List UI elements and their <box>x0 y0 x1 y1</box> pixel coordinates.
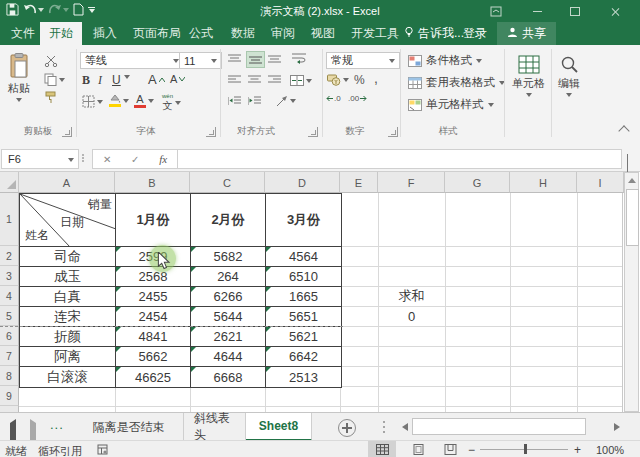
view-page-break-icon[interactable] <box>436 441 464 457</box>
column-header-a[interactable]: A <box>19 172 115 193</box>
cell-c4[interactable]: 6266 <box>191 287 266 307</box>
tab-data[interactable]: 数据 <box>222 22 264 45</box>
sheet-tab-active[interactable]: Sheet8 <box>246 413 312 441</box>
cell-d7[interactable]: 6642 <box>266 347 341 367</box>
zoom-out-button[interactable]: − <box>468 443 475 457</box>
formula-bar-splitter[interactable] <box>82 154 84 156</box>
column-header-h[interactable]: H <box>510 172 577 193</box>
font-size-combo[interactable]: 11 <box>179 52 222 69</box>
hscroll-right-icon[interactable] <box>610 418 624 435</box>
row-header-3[interactable]: 3 <box>0 266 19 286</box>
cell-b7[interactable]: 5662 <box>116 347 191 367</box>
paste-button[interactable]: 粘贴 <box>8 53 30 102</box>
increase-indent-button[interactable] <box>248 96 261 106</box>
view-page-layout-icon[interactable] <box>404 441 432 457</box>
italic-button[interactable]: I <box>98 73 102 88</box>
cell-d1[interactable]: 3月份 <box>266 194 341 247</box>
scroll-up-icon[interactable] <box>625 173 638 188</box>
cell-d8[interactable]: 2513 <box>266 367 341 387</box>
cell-b6[interactable]: 4841 <box>116 327 191 347</box>
cell-d3[interactable]: 6510 <box>266 267 341 287</box>
column-header-d[interactable]: D <box>265 172 340 193</box>
font-color-button[interactable]: A <box>134 93 154 108</box>
copy-button[interactable] <box>44 73 65 86</box>
percent-style-button[interactable]: % <box>354 73 365 87</box>
tab-home[interactable]: 开始 <box>40 22 82 45</box>
format-painter-button[interactable] <box>44 91 57 104</box>
cell-b8[interactable]: 46625 <box>116 367 191 387</box>
cell-c7[interactable]: 4644 <box>191 347 266 367</box>
cancel-icon[interactable]: ✕ <box>103 154 111 165</box>
fill-color-button[interactable] <box>108 94 129 107</box>
cell-b4[interactable]: 2455 <box>116 287 191 307</box>
align-bottom-button[interactable] <box>268 54 281 64</box>
accounting-format-button[interactable] <box>327 73 349 86</box>
cell-c5[interactable]: 5644 <box>191 307 266 327</box>
name-box-dropdown-icon[interactable] <box>68 158 74 162</box>
column-header-e[interactable]: E <box>340 172 378 193</box>
number-format-combo[interactable]: 常规 <box>326 52 400 69</box>
row-header-9[interactable]: 9 <box>0 386 19 406</box>
row-header-7[interactable]: 7 <box>0 346 19 366</box>
cell-a7[interactable]: 阿离 <box>20 347 116 367</box>
decrease-indent-button[interactable] <box>228 96 241 106</box>
row-header-8[interactable]: 8 <box>0 366 19 386</box>
sheet-nav-left-icon[interactable] <box>10 423 16 441</box>
bold-button[interactable]: B <box>82 73 90 88</box>
orientation-button[interactable] <box>276 95 296 107</box>
column-header-g[interactable]: G <box>445 172 510 193</box>
formula-input[interactable] <box>177 149 622 169</box>
sheet-tab-ellipsis[interactable]: ... <box>50 417 64 432</box>
conditional-formatting-button[interactable]: 条件格式 <box>408 53 482 68</box>
font-name-combo[interactable]: 等线 <box>80 52 184 69</box>
wrap-text-button[interactable] <box>292 53 306 64</box>
horizontal-scrollbar-thumb[interactable] <box>412 418 586 435</box>
align-left-button[interactable] <box>228 75 241 85</box>
tab-formulas[interactable]: 公式 <box>180 22 222 45</box>
decrease-decimal-button[interactable]: .00 <box>348 94 367 103</box>
name-box[interactable]: F6 <box>1 149 79 169</box>
cell-a6[interactable]: 折颜 <box>20 327 116 347</box>
underline-button[interactable]: U <box>112 73 121 87</box>
tab-developer[interactable]: 开发工具 <box>342 22 408 45</box>
phonetic-guide-button[interactable]: wén文 <box>162 93 181 113</box>
cell-b1[interactable]: 1月份 <box>116 194 191 247</box>
merge-center-button[interactable] <box>290 75 312 86</box>
cell-c3[interactable]: 264 <box>191 267 266 287</box>
cell-a3[interactable]: 成玉 <box>20 267 116 287</box>
cell-d4[interactable]: 1665 <box>266 287 341 307</box>
sheet-tab-2[interactable]: 斜线表头 <box>184 413 246 441</box>
cell-c1[interactable]: 2月份 <box>191 194 266 247</box>
cell-d2[interactable]: 4564 <box>266 247 341 267</box>
sheet-tab-1[interactable]: 隔离是否结束 <box>74 413 184 441</box>
tell-me-box[interactable]: 告诉我... <box>404 22 464 45</box>
restore-button[interactable] <box>562 0 588 22</box>
tab-file[interactable]: 文件 <box>2 22 44 45</box>
close-button[interactable] <box>602 0 628 22</box>
borders-button[interactable] <box>82 95 103 108</box>
cell-a4[interactable]: 白真 <box>20 287 116 307</box>
tab-bar-splitter[interactable] <box>383 421 385 423</box>
minimize-button[interactable] <box>524 0 550 22</box>
sign-in-button[interactable]: 登录 <box>463 22 487 45</box>
cell-c8[interactable]: 6668 <box>191 367 266 387</box>
row-header-1[interactable]: 1 <box>0 193 19 246</box>
cells-button[interactable]: 单元格 <box>512 55 545 97</box>
cell-c6[interactable]: 2621 <box>191 327 266 347</box>
hscroll-left-icon[interactable] <box>398 418 412 435</box>
tab-insert[interactable]: 插入 <box>84 22 126 45</box>
cell-b3[interactable]: 2568 <box>116 267 191 287</box>
column-header-f[interactable]: F <box>378 172 445 193</box>
row-header-2[interactable]: 2 <box>0 246 19 266</box>
clipboard-dialog-launcher-icon[interactable] <box>62 127 72 137</box>
share-button[interactable]: 共享 <box>497 22 556 45</box>
increase-decimal-button[interactable]: .0 <box>326 94 341 103</box>
cell-f4-sum-label[interactable]: 求和 <box>378 286 445 306</box>
underline-dropdown-icon[interactable] <box>124 75 130 79</box>
cell-d6[interactable]: 5621 <box>266 327 341 347</box>
view-normal-icon[interactable] <box>368 441 396 457</box>
row-header-4[interactable]: 4 <box>0 286 19 306</box>
format-as-table-button[interactable]: 套用表格格式 <box>408 75 505 90</box>
expand-formula-bar-icon[interactable] <box>627 154 628 172</box>
grow-font-button[interactable]: A <box>148 72 165 87</box>
